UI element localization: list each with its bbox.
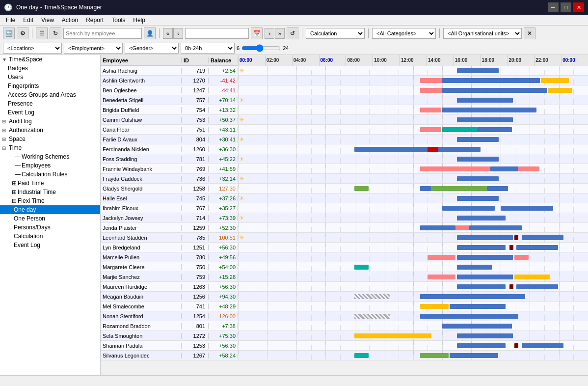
table-row[interactable]: Gladys Shergold 1258 127:30 <box>101 184 588 193</box>
timeline-cell[interactable] <box>238 262 588 272</box>
org-units-dropdown[interactable]: <All Organisational units> <box>443 28 522 39</box>
minimize-button[interactable]: ─ <box>548 2 559 12</box>
table-row[interactable]: Cammi Culshaw 753 +50:37 ☀ <box>101 115 588 125</box>
table-row[interactable]: Ashlin Glentworth 1270 -41:42 <box>101 76 588 85</box>
table-row[interactable]: Meagan Bauduin 1256 +94:30 <box>101 292 588 302</box>
sidebar-item-access-groups-and-areas[interactable]: Access Groups and Areas <box>0 90 100 99</box>
sidebar-item-employees[interactable]: — Employees <box>0 161 100 170</box>
sidebar-item-one-day[interactable]: One day <box>0 205 100 214</box>
table-row[interactable]: Ashia Rachuig 719 +2:54 ☀ <box>101 66 588 76</box>
table-row[interactable]: Margarete Cleere 750 +54:00 <box>101 262 588 272</box>
sidebar-item-flexi-time[interactable]: ⊟ Flexi Time <box>0 196 100 205</box>
sidebar-item-paid-time[interactable]: ⊞ Paid Time <box>0 179 100 188</box>
timeline-cell[interactable] <box>238 292 588 302</box>
sidebar-item-fingerprints[interactable]: Fingerprints <box>0 82 100 90</box>
table-row[interactable]: Ibrahim Elcoux 767 +35:27 <box>101 203 588 213</box>
table-row[interactable]: Foss Stadding 781 +45:22 ☀ <box>101 154 588 164</box>
timeline-cell[interactable]: ☀ <box>238 115 588 125</box>
calculation-dropdown[interactable]: Calculation <box>306 28 365 39</box>
timeline-cell[interactable]: ☀ <box>238 233 588 243</box>
date-prev-btn[interactable]: ‹ <box>173 28 183 39</box>
timeline-cell[interactable] <box>238 321 588 331</box>
maximize-button[interactable]: □ <box>561 2 571 12</box>
zoom-slider[interactable] <box>241 44 281 52</box>
date-dbl-prev-btn[interactable]: « <box>163 28 173 39</box>
table-row[interactable]: Maureen Hurdidge 1263 +56:30 <box>101 282 588 292</box>
timeline-cell[interactable]: ☀ <box>238 174 588 184</box>
sidebar-item-event-log[interactable]: Event Log <box>0 241 100 249</box>
sidebar-item-persons/days[interactable]: Persons/Days <box>0 223 100 232</box>
table-row[interactable]: Ben Oglesbee 1247 -44:41 <box>101 85 588 95</box>
sidebar-item-event-log[interactable]: Event Log <box>0 108 100 117</box>
timeline-cell[interactable]: ☀ <box>238 193 588 203</box>
sidebar-item-time&space[interactable]: ▼ Time&Space <box>0 55 100 64</box>
sidebar-item-users[interactable]: Users <box>0 73 100 82</box>
timeline-cell[interactable] <box>238 331 588 341</box>
sidebar-item-industrial-time[interactable]: ⊞ Industrial Time <box>0 188 100 196</box>
timeline-cell[interactable] <box>238 302 588 311</box>
menu-tools[interactable]: Tools <box>107 16 129 25</box>
refresh-btn[interactable]: ↻ <box>50 28 61 39</box>
timeline-cell[interactable] <box>238 76 588 85</box>
table-row[interactable]: Shannan Padula 1253 +56:30 <box>101 341 588 351</box>
sidebar-item-time[interactable]: ⊟ Time <box>0 143 100 152</box>
timeline-cell[interactable] <box>238 243 588 252</box>
close-button[interactable]: ✕ <box>573 2 584 12</box>
categories-dropdown[interactable]: <All Categories> <box>372 28 436 39</box>
table-row[interactable]: Frannie Windaybank 769 +41:59 <box>101 164 588 174</box>
timeline-cell[interactable] <box>238 105 588 115</box>
timeline-cell[interactable] <box>238 272 588 282</box>
menu-edit[interactable]: Edit <box>19 16 37 25</box>
search-input[interactable] <box>63 28 142 39</box>
timeline-cell[interactable]: ☀ <box>238 135 588 144</box>
table-row[interactable]: Ferdinanda Nicklen 1260 +36:30 <box>101 144 588 154</box>
sidebar-item-working-schemes[interactable]: — Working Schemes <box>0 152 100 161</box>
table-row[interactable]: Frayda Caddock 736 +32:14 ☀ <box>101 174 588 184</box>
timeline-cell[interactable] <box>238 282 588 292</box>
sidebar-item-badges[interactable]: Badges <box>0 64 100 73</box>
toolbar-btn-2[interactable]: ⚙ <box>17 28 28 39</box>
table-row[interactable]: Brigida Duffield 754 +13:32 <box>101 105 588 115</box>
menu-view[interactable]: View <box>37 16 58 25</box>
table-row[interactable]: Halle Esel 745 +37:26 ☀ <box>101 193 588 203</box>
calendar-btn[interactable]: 📅 <box>251 28 263 39</box>
employment-filter[interactable]: <Employment> <box>64 43 123 54</box>
menu-report[interactable]: Report <box>82 16 107 25</box>
table-row[interactable]: Farlie D'Avaux 804 +30:41 ☀ <box>101 135 588 144</box>
timeline-cell[interactable] <box>238 184 588 193</box>
table-row[interactable]: Rozamond Braddon 801 +7:38 <box>101 321 588 331</box>
timeline-cell[interactable] <box>238 125 588 135</box>
list-btn[interactable]: ☰ <box>36 28 48 39</box>
search-person-btn[interactable]: 👤 <box>144 28 156 39</box>
date-dbl-next-btn[interactable]: » <box>275 28 285 39</box>
timeline-cell[interactable] <box>238 144 588 154</box>
table-row[interactable]: Jenda Plaister 1259 +52:30 <box>101 223 588 233</box>
date-input[interactable]: Friday, 15/11/2019 <box>185 28 249 39</box>
sidebar-item-calculation[interactable]: Calculation <box>0 232 100 241</box>
table-row[interactable]: Benedetta Stigell 757 +70:14 ☀ <box>101 95 588 105</box>
timeline-cell[interactable] <box>238 341 588 351</box>
close-filter-btn[interactable]: ✕ <box>524 28 535 39</box>
table-row[interactable]: Silvanus Legonidec 1267 +58:24 <box>101 351 588 360</box>
menu-help[interactable]: Help <box>129 16 149 25</box>
sidebar-item-authorization[interactable]: ⊞ Authorization <box>0 126 100 135</box>
menu-action[interactable]: Action <box>58 16 82 25</box>
timeline-cell[interactable] <box>238 223 588 233</box>
table-row[interactable]: Jackelyn Jowsey 714 +73:39 ☀ <box>101 213 588 223</box>
gender-filter[interactable]: <Gender> <box>125 43 179 54</box>
timeline-cell[interactable]: ☀ <box>238 213 588 223</box>
timeline-cell[interactable] <box>238 164 588 174</box>
sidebar-item-space[interactable]: ⊞ Space <box>0 135 100 143</box>
table-row[interactable]: Caria Flear 751 +43:11 <box>101 125 588 135</box>
table-row[interactable]: Sela Smoughton 1272 +75:30 <box>101 331 588 341</box>
time-range-filter[interactable]: 0h-24h <box>181 43 235 54</box>
sidebar-item-audit-log[interactable]: ⊞ Audit log <box>0 117 100 126</box>
refresh-date-btn[interactable]: ↺ <box>287 28 298 39</box>
table-row[interactable]: Mel Smalecombe 741 +48:29 <box>101 302 588 311</box>
location-filter[interactable]: <Location> <box>3 43 62 54</box>
timeline-cell[interactable] <box>238 252 588 262</box>
timeline-cell[interactable] <box>238 351 588 360</box>
timeline-cell[interactable]: ☀ <box>238 95 588 105</box>
table-row[interactable]: Marjie Sanchez 759 +15:28 <box>101 272 588 282</box>
sidebar-item-one-person[interactable]: One Person <box>0 214 100 223</box>
